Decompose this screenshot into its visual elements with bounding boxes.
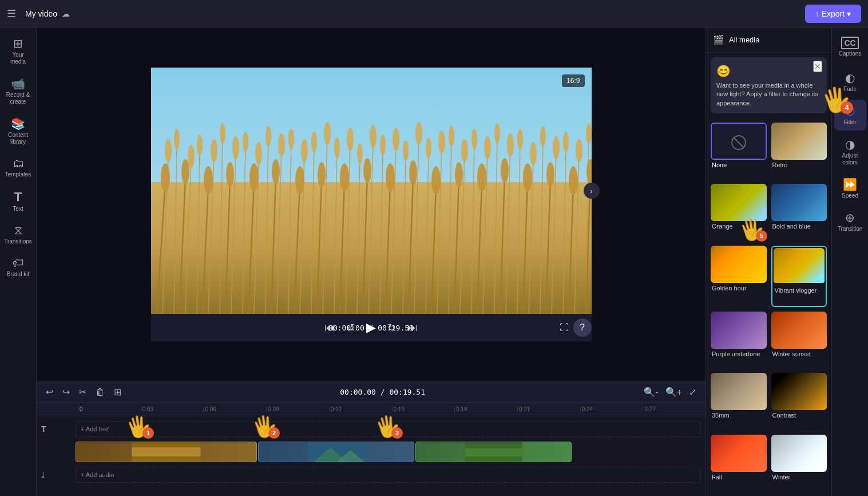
filter-purple-undertone-thumb xyxy=(711,312,767,349)
svg-rect-119 xyxy=(132,447,200,456)
ruler-mark: 0:21 xyxy=(517,406,580,412)
filter-winter-sunset[interactable]: Winter sunset xyxy=(771,312,827,368)
svg-point-47 xyxy=(243,132,248,152)
svg-point-49 xyxy=(265,126,271,147)
svg-point-104 xyxy=(295,166,304,195)
filter-fall[interactable]: Fall xyxy=(711,435,767,491)
sidebar-item-speed[interactable]: ⏩ Speed xyxy=(834,173,866,204)
svg-point-105 xyxy=(318,162,326,187)
svg-point-73 xyxy=(540,126,546,147)
fullscreen-button[interactable]: ⛶ xyxy=(560,322,569,333)
cut-button[interactable]: ✂ xyxy=(77,384,89,400)
transition-icon: ⊕ xyxy=(845,211,855,225)
sidebar-item-captions[interactable]: CC Captions xyxy=(834,32,866,62)
redo-button[interactable]: ↪ xyxy=(60,384,72,400)
svg-point-99 xyxy=(181,159,189,184)
sidebar-item-your-media[interactable]: ⊞ Your media xyxy=(2,32,34,70)
sidebar-item-text[interactable]: T Text xyxy=(2,185,34,217)
sidebar-label-transitions: Transitions xyxy=(4,238,32,245)
filter-contrast-label: Contrast xyxy=(771,412,827,419)
help-button[interactable]: ? xyxy=(573,318,592,337)
svg-point-64 xyxy=(438,131,445,153)
filter-contrast[interactable]: Contrast xyxy=(771,373,827,430)
svg-point-42 xyxy=(188,145,195,168)
filter-purple-undertone[interactable]: Purple undertone xyxy=(711,312,767,368)
zoom-in-button[interactable]: 🔍+ xyxy=(663,384,684,400)
ruler-mark: 0:12 xyxy=(329,406,392,412)
svg-point-65 xyxy=(449,126,454,147)
right-panel: 🎬 All media ✕ 😊 Want to see your media i… xyxy=(706,27,831,496)
playback-controls: ⏮ ↺ ▶ ↻ ⏭ 00:00.00 / 00:19.51 ⛶ ? xyxy=(151,314,592,341)
video-clip-3[interactable] xyxy=(415,442,572,462)
record-create-icon: 📹 xyxy=(11,77,25,90)
ruler-mark: 0 xyxy=(78,406,141,412)
add-audio-button[interactable]: + Add audio xyxy=(76,467,118,482)
svg-point-61 xyxy=(403,140,409,161)
text-track-content[interactable]: + Add text xyxy=(76,421,701,437)
add-media-button[interactable]: ⊞ xyxy=(112,384,124,400)
svg-point-55 xyxy=(334,137,340,158)
sidebar-item-fade[interactable]: ◐ Fade xyxy=(834,66,866,97)
add-text-button[interactable]: + Add text xyxy=(76,422,113,436)
svg-point-67 xyxy=(471,129,477,149)
svg-point-69 xyxy=(494,123,500,144)
svg-point-71 xyxy=(517,129,523,149)
svg-point-41 xyxy=(174,129,180,149)
right-panel-header: 🎬 All media xyxy=(706,27,831,53)
sidebar-item-templates[interactable]: 🗂 Templates xyxy=(2,152,34,183)
sidebar-label-templates: Templates xyxy=(5,171,31,178)
fade-icon: ◐ xyxy=(845,71,855,85)
filter-retro[interactable]: Retro xyxy=(771,123,827,179)
filter-vibrant-vlogger[interactable]: Vibrant vlogger xyxy=(771,246,827,307)
svg-line-126 xyxy=(734,137,744,148)
panel-header-icon: 🎬 xyxy=(713,34,724,45)
filter-winter[interactable]: Winter xyxy=(771,435,827,491)
timeline-toolbar: ↩ ↪ ✂ 🗑 ⊞ 00:00.00 / 00:19.51 🔍- 🔍+ ⤢ xyxy=(37,382,706,403)
text-icon: T xyxy=(14,190,22,204)
fit-button[interactable]: ⤢ xyxy=(687,384,699,400)
sidebar-item-transitions[interactable]: ⧖ Transitions xyxy=(2,219,34,250)
ruler-mark: 0:18 xyxy=(454,406,517,412)
filter-35mm[interactable]: 35mm xyxy=(711,373,767,430)
sidebar-label-captions: Captions xyxy=(839,50,861,57)
svg-point-100 xyxy=(204,166,213,195)
ruler-mark: 0:27 xyxy=(643,406,706,412)
zoom-out-button[interactable]: 🔍- xyxy=(641,384,660,400)
tooltip-emoji: 😊 xyxy=(716,63,821,79)
audio-track-content[interactable]: + Add audio xyxy=(76,467,701,483)
video-clip-2[interactable] xyxy=(258,442,414,462)
filter-orange[interactable]: Orange xyxy=(711,184,767,241)
sidebar-item-filter[interactable]: ⬡ Filter xyxy=(834,100,866,131)
filter-none-label: None xyxy=(711,162,767,168)
undo-button[interactable]: ↩ xyxy=(43,384,56,400)
text-track-row: T + Add text xyxy=(41,419,701,439)
filter-bold-blue[interactable]: Bold and blue xyxy=(771,184,827,241)
sidebar-item-transition[interactable]: ⊕ Transition xyxy=(834,206,866,237)
wheat-scene xyxy=(151,68,592,314)
sidebar-item-brand-kit[interactable]: 🏷 Brand kit xyxy=(2,252,34,282)
menu-icon[interactable]: ☰ xyxy=(7,7,16,20)
aspect-ratio-button[interactable]: 16:9 xyxy=(562,74,584,87)
sidebar-item-record-create[interactable]: 📹 Record &create xyxy=(2,72,34,110)
svg-point-57 xyxy=(357,143,363,164)
templates-icon: 🗂 xyxy=(13,157,24,170)
svg-point-44 xyxy=(211,139,217,162)
svg-point-56 xyxy=(347,128,354,151)
svg-point-114 xyxy=(523,163,532,192)
save-icon[interactable]: ☁ xyxy=(62,9,70,18)
svg-point-113 xyxy=(501,158,509,183)
svg-point-115 xyxy=(546,162,554,187)
export-button[interactable]: ↑ Export ▾ xyxy=(805,5,861,23)
sidebar-item-adjust-colors[interactable]: ◑ Adjustcolors xyxy=(834,133,866,171)
sidebar-item-content-library[interactable]: 📚 Contentlibrary xyxy=(2,112,34,150)
timeline-tracks: T + Add text 🖐 xyxy=(37,416,706,490)
ruler-mark: 0:15 xyxy=(392,406,455,412)
panel-toggle-button[interactable]: › xyxy=(584,183,600,199)
svg-point-98 xyxy=(161,163,170,192)
filter-none[interactable]: None xyxy=(711,123,767,179)
delete-button[interactable]: 🗑 xyxy=(93,385,107,400)
video-clip-1[interactable]: 🖐 1 xyxy=(76,442,257,462)
main-layout: ⊞ Your media 📹 Record &create 📚 Contentl… xyxy=(0,27,868,496)
filter-golden-hour[interactable]: Golden hour xyxy=(711,246,767,307)
tooltip-close-button[interactable]: ✕ xyxy=(813,61,822,72)
